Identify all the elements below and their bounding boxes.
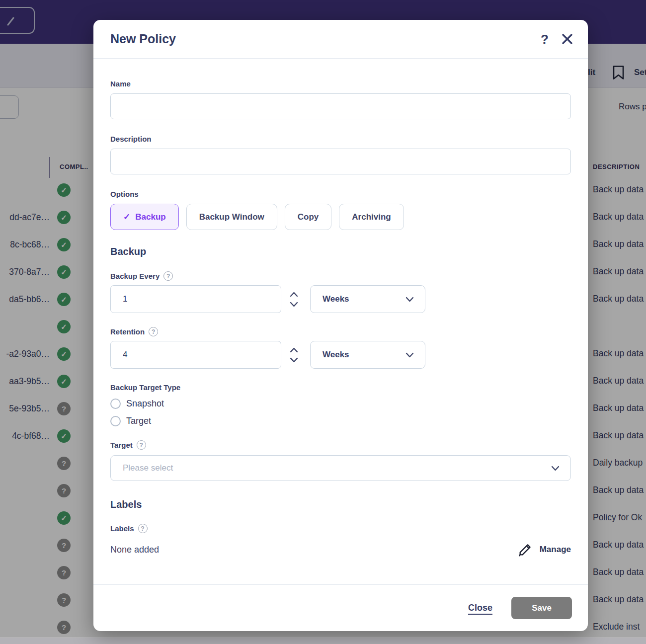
backup-section-heading: Backup (110, 246, 571, 257)
backup-every-label: Backup Every ? (110, 271, 571, 281)
modal-footer: Close Save (93, 584, 588, 631)
help-icon[interactable]: ? (149, 327, 158, 336)
help-icon[interactable]: ? (138, 524, 148, 533)
app-window: lit Set Rows p COMPL.. DESCRIPTION ✓ Bac… (0, 0, 646, 644)
option-backup[interactable]: ✓Backup (110, 204, 179, 230)
option-archiving[interactable]: Archiving (339, 204, 404, 230)
modal-title: New Policy (110, 32, 176, 46)
modal-body: Name Description Options ✓BackupBackup W… (93, 80, 588, 558)
stepper-up-icon[interactable] (290, 292, 298, 297)
retention-label: Retention ? (110, 327, 571, 336)
retention-input[interactable] (110, 341, 281, 369)
chevron-down-icon (405, 297, 414, 302)
close-icon[interactable] (562, 33, 573, 45)
description-label: Description (110, 135, 571, 143)
options-group: ✓BackupBackup WindowCopyArchiving (110, 204, 571, 230)
labels-label: Labels ? (110, 524, 571, 533)
new-policy-modal: New Policy ? Name Description Options ✓B… (93, 20, 588, 631)
chevron-down-icon (551, 466, 560, 471)
labels-section-heading: Labels (110, 499, 571, 510)
radio-circle-icon[interactable] (110, 399, 121, 409)
stepper-down-icon[interactable] (290, 302, 298, 307)
option-backup-window[interactable]: Backup Window (186, 204, 277, 230)
name-label: Name (110, 80, 571, 88)
stepper-down-icon[interactable] (290, 357, 298, 363)
target-label: Target ? (110, 440, 571, 450)
horizontal-scrollbar[interactable] (0, 638, 646, 644)
modal-header: New Policy ? (93, 20, 588, 59)
backup-target-type-label: Backup Target Type (110, 383, 571, 392)
option-copy[interactable]: Copy (285, 204, 332, 230)
close-button[interactable]: Close (468, 603, 492, 613)
radio-circle-icon[interactable] (110, 416, 121, 426)
retention-unit-select[interactable]: Weeks (310, 341, 425, 369)
backup-every-unit-select[interactable]: Weeks (310, 285, 425, 313)
backup-every-input[interactable] (110, 285, 281, 313)
check-icon: ✓ (123, 212, 130, 222)
backup-every-stepper (288, 292, 299, 307)
stepper-up-icon[interactable] (290, 347, 298, 353)
name-input[interactable] (110, 93, 571, 119)
manage-labels-button[interactable]: Manage (517, 542, 571, 558)
radio-snapshot[interactable]: Snapshot (110, 399, 571, 409)
options-label: Options (110, 190, 571, 198)
target-select[interactable]: Please select (110, 455, 571, 481)
target-type-radio-group: SnapshotTarget (110, 399, 571, 426)
save-button[interactable]: Save (511, 597, 572, 619)
description-input[interactable] (110, 149, 571, 174)
pencil-icon (517, 542, 533, 558)
help-icon[interactable]: ? (137, 440, 146, 450)
radio-target[interactable]: Target (110, 416, 571, 426)
labels-value: None added (110, 545, 159, 555)
help-icon[interactable]: ? (163, 271, 173, 281)
retention-stepper (288, 347, 299, 363)
chevron-down-icon (405, 352, 414, 358)
modal-help-icon[interactable]: ? (541, 33, 549, 46)
